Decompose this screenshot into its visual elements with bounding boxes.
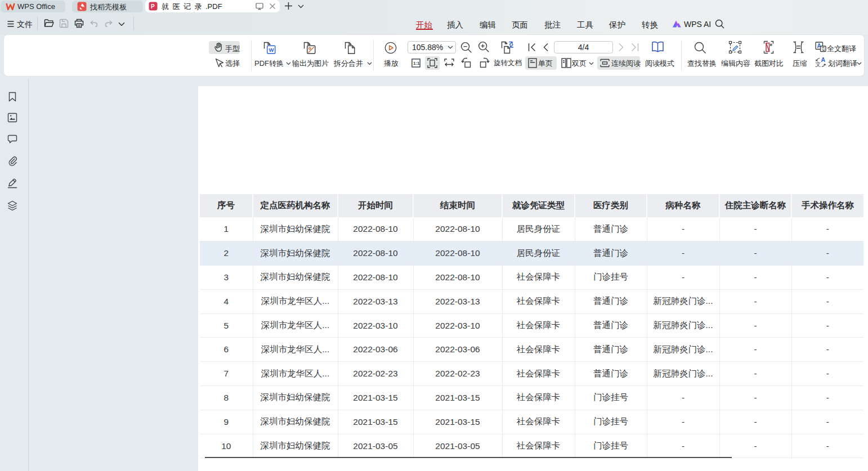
svg-text:W: W xyxy=(269,47,274,53)
svg-text:P: P xyxy=(151,3,155,10)
svg-text:A: A xyxy=(821,57,826,63)
svg-text:文: 文 xyxy=(815,61,821,68)
svg-text:1:1: 1:1 xyxy=(413,61,420,66)
